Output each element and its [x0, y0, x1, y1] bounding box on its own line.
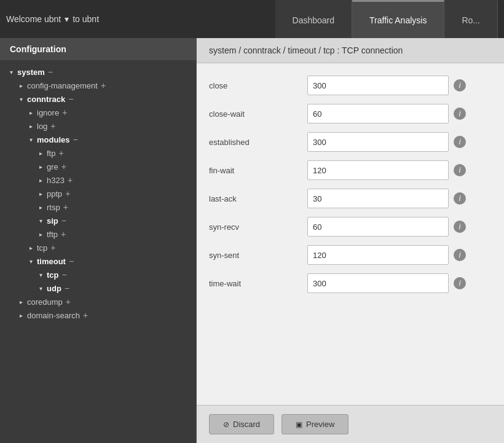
tree-item-conntrack[interactable]: ▾ conntrack − [0, 92, 196, 106]
input-syn-sent[interactable] [307, 245, 449, 265]
arrow-sip: ▾ [39, 218, 47, 224]
label-syn-recv: syn-recv [209, 222, 307, 232]
form-row-syn-sent: syn-sent i [209, 245, 492, 265]
discard-button[interactable]: ⊘ Discard [209, 414, 274, 434]
tree-item-modules[interactable]: ▾ modules − [0, 133, 196, 146]
breadcrumb: system / conntrack / timeout / tcp : TCP… [197, 38, 504, 63]
info-icon-time-wait[interactable]: i [454, 277, 466, 289]
nav-tabs: Dashboard Traffic Analysis Ro... [275, 0, 498, 38]
preview-icon: ▣ [296, 420, 302, 429]
form-row-syn-recv: syn-recv i [209, 217, 492, 237]
info-icon-syn-recv[interactable]: i [454, 221, 466, 233]
tree-item-tcp-conntrack[interactable]: ▸ tcp + [0, 241, 196, 254]
input-close-wait[interactable] [307, 104, 449, 123]
arrow-domain-search: ▸ [20, 312, 27, 319]
label-time-wait: time-wait [209, 279, 307, 288]
tab-traffic-analysis[interactable]: Traffic Analysis [352, 0, 444, 38]
form-row-close: close i [209, 76, 492, 95]
content-area: system / conntrack / timeout / tcp : TCP… [197, 38, 504, 443]
tree-item-tcp-timeout[interactable]: ▾ tcp − [0, 268, 196, 281]
label-close-wait: close-wait [209, 109, 307, 119]
tree-item-log[interactable]: ▸ log + [0, 119, 196, 133]
form-row-fin-wait: fin-wait i [209, 160, 492, 180]
arrow-timeout: ▾ [30, 258, 37, 265]
tree-item-system[interactable]: ▾ system − [0, 65, 196, 79]
input-fin-wait[interactable] [307, 160, 449, 180]
to-text: to ubnt [73, 14, 99, 24]
input-time-wait[interactable] [307, 273, 449, 293]
arrow-gre: ▸ [39, 163, 47, 170]
tree-item-timeout[interactable]: ▾ timeout − [0, 254, 196, 268]
arrow-tftp: ▸ [39, 231, 47, 238]
input-last-ack[interactable] [307, 189, 449, 208]
tab-dashboard[interactable]: Dashboard [275, 0, 353, 38]
tree-item-config-management[interactable]: ▸ config-management + [0, 79, 196, 92]
tree-item-h323[interactable]: ▸ h323 + [0, 173, 196, 187]
form-area: close i close-wait i established [197, 63, 504, 405]
label-syn-sent: syn-sent [209, 251, 307, 260]
arrow-tcp-timeout: ▾ [39, 272, 47, 278]
tree-item-gre[interactable]: ▸ gre + [0, 160, 196, 173]
tab-routing[interactable]: Ro... [444, 0, 498, 38]
arrow-rtsp: ▸ [39, 204, 47, 211]
form-row-close-wait: close-wait i [209, 104, 492, 123]
label-close: close [209, 81, 307, 90]
info-icon-established[interactable]: i [454, 136, 466, 148]
form-row-established: established i [209, 132, 492, 152]
preview-button[interactable]: ▣ Preview [282, 414, 348, 434]
info-icon-fin-wait[interactable]: i [454, 164, 466, 176]
info-icon-last-ack[interactable]: i [454, 192, 466, 205]
sidebar-title: Configuration [0, 38, 196, 60]
label-established: established [209, 138, 307, 147]
dropdown-arrow[interactable]: ▾ [65, 14, 69, 24]
tree-item-ignore[interactable]: ▸ ignore + [0, 106, 196, 119]
top-nav: Welcome ubnt ▾ to ubnt Dashboard Traffic… [0, 0, 504, 38]
tree-item-coredump[interactable]: ▸ coredump + [0, 295, 196, 308]
welcome-text: Welcome ubnt [6, 14, 61, 24]
arrow-conntrack: ▾ [20, 96, 27, 103]
footer-buttons: ⊘ Discard ▣ Preview [197, 405, 504, 443]
arrow-modules: ▾ [30, 136, 37, 143]
input-syn-recv[interactable] [307, 217, 449, 237]
arrow-system: ▾ [10, 69, 17, 76]
label-last-ack: last-ack [209, 194, 307, 203]
arrow-pptp: ▸ [39, 190, 47, 197]
tree-item-domain-search[interactable]: ▸ domain-search + [0, 308, 196, 322]
input-established[interactable] [307, 132, 449, 152]
discard-icon: ⊘ [223, 420, 229, 429]
arrow-log: ▸ [30, 123, 37, 130]
label-fin-wait: fin-wait [209, 166, 307, 175]
arrow-config-management: ▸ [20, 82, 27, 89]
info-icon-close[interactable]: i [454, 79, 466, 92]
tree: ▾ system − ▸ config-management + ▾ connt… [0, 60, 196, 327]
arrow-tcp-conntrack: ▸ [30, 245, 37, 251]
welcome-section: Welcome ubnt ▾ to ubnt [6, 14, 99, 24]
tree-item-rtsp[interactable]: ▸ rtsp + [0, 200, 196, 214]
tree-item-pptp[interactable]: ▸ pptp + [0, 187, 196, 200]
arrow-h323: ▸ [39, 177, 47, 184]
arrow-udp-timeout: ▾ [39, 285, 47, 292]
form-row-time-wait: time-wait i [209, 273, 492, 293]
form-row-last-ack: last-ack i [209, 189, 492, 208]
tree-item-ftp[interactable]: ▸ ftp + [0, 146, 196, 160]
info-icon-syn-sent[interactable]: i [454, 249, 466, 261]
tree-item-sip[interactable]: ▾ sip − [0, 214, 196, 227]
info-icon-close-wait[interactable]: i [454, 108, 466, 120]
tree-item-tftp[interactable]: ▸ tftp + [0, 227, 196, 241]
main-layout: Configuration ▾ system − ▸ config-manage… [0, 38, 504, 443]
tree-item-udp-timeout[interactable]: ▾ udp − [0, 281, 196, 295]
input-close[interactable] [307, 76, 449, 95]
sidebar: Configuration ▾ system − ▸ config-manage… [0, 38, 197, 443]
arrow-ignore: ▸ [30, 109, 37, 116]
arrow-ftp: ▸ [39, 150, 47, 157]
arrow-coredump: ▸ [20, 299, 27, 305]
